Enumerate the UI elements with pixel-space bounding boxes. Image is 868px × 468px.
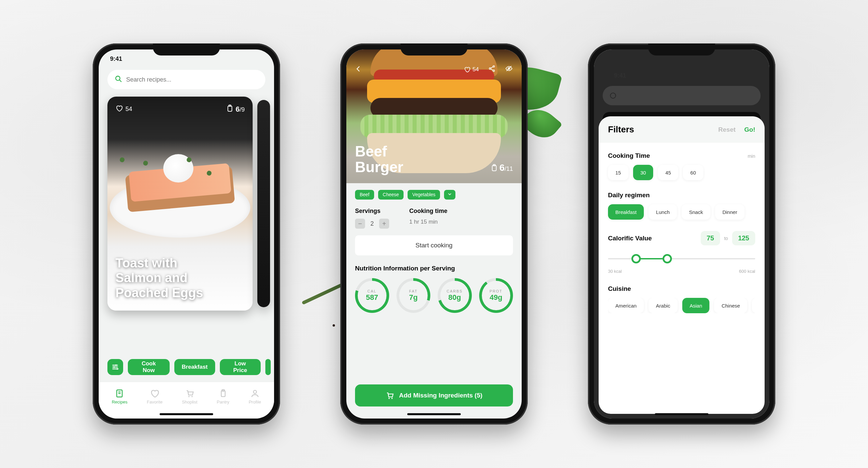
recipes-icon: [115, 389, 124, 398]
time-opt-60[interactable]: 60: [683, 165, 703, 180]
likes[interactable]: 54: [116, 105, 132, 114]
view-button[interactable]: [505, 65, 513, 74]
regimen-dinner[interactable]: Dinner: [715, 204, 745, 220]
chevron-down-icon: [447, 192, 452, 197]
pantry-icon: [491, 164, 497, 171]
profile-icon: [250, 389, 260, 398]
tab-recipes-label: Recipes: [112, 399, 127, 404]
pill-cook-now[interactable]: Cook Now: [128, 359, 169, 375]
next-recipe-card[interactable]: [257, 100, 270, 307]
svg-point-11: [116, 364, 117, 366]
search-bar[interactable]: [107, 70, 265, 89]
start-cooking-button[interactable]: Start cooking: [355, 235, 513, 256]
phone-recipes: 9:41: [93, 43, 280, 425]
regimen-breakfast[interactable]: Breakfast: [608, 204, 644, 220]
filter-pills: Cook Now Breakfast Low Price: [107, 359, 274, 375]
cart-icon: [385, 391, 394, 400]
sliders-icon: [112, 363, 119, 371]
servings-label: Servings: [355, 208, 389, 214]
status-time: 9:41: [110, 56, 122, 63]
ing-have: 6: [236, 105, 240, 113]
tab-profile-label: Profile: [249, 399, 261, 404]
time-opt-45[interactable]: 45: [658, 165, 678, 180]
ing-have: 6: [499, 163, 505, 173]
cooking-time-label: Cooking time: [409, 208, 447, 214]
tab-profile[interactable]: Profile: [249, 389, 261, 404]
cart-icon: [185, 389, 194, 398]
svg-rect-29: [492, 165, 496, 171]
home-indicator: [655, 413, 708, 415]
slider-thumb-max[interactable]: [662, 254, 672, 263]
home-indicator: [407, 413, 461, 415]
nutri-carbs: CARBS 80g: [438, 278, 472, 313]
notch: [648, 43, 715, 56]
pill-overflow[interactable]: [265, 359, 271, 375]
search-icon: [115, 75, 122, 84]
ing-total: /11: [505, 165, 513, 172]
tab-pantry-label: Pantry: [217, 399, 229, 404]
search-input[interactable]: [126, 76, 258, 83]
svg-line-8: [120, 80, 121, 82]
heart-icon: [464, 66, 470, 73]
cuisine-arabic[interactable]: Arabic: [649, 298, 678, 313]
nutri-prot: PROT 49g: [479, 278, 513, 313]
svg-point-31: [389, 398, 390, 399]
servings-decrease[interactable]: −: [355, 219, 365, 229]
svg-point-13: [117, 368, 119, 370]
reset-button[interactable]: Reset: [718, 126, 736, 133]
likes[interactable]: 54: [464, 66, 479, 73]
regimen-snack[interactable]: Snack: [682, 204, 710, 220]
calo-slider[interactable]: [608, 251, 755, 267]
calo-to[interactable]: 125: [732, 231, 755, 245]
tag-cheese[interactable]: Cheese: [378, 190, 404, 200]
cuisine-chinese[interactable]: Chinese: [714, 298, 747, 313]
notch: [401, 43, 467, 56]
cuisine-overflow[interactable]: Ca: [752, 298, 755, 313]
recipe-card[interactable]: 54 6/9 Toast with Salmon and Poached Egg…: [107, 97, 253, 310]
pantry-icon: [218, 389, 228, 398]
tab-recipes[interactable]: Recipes: [112, 389, 127, 404]
calo-from[interactable]: 75: [701, 231, 720, 245]
filter-regimen: Daily regimen Breakfast Lunch Snack Dinn…: [608, 192, 755, 220]
slider-thumb-min[interactable]: [631, 254, 641, 263]
time-opt-30[interactable]: 30: [633, 165, 653, 180]
ingredients-count: 6/9: [227, 105, 245, 114]
svg-point-21: [253, 391, 256, 394]
ingredients-count: 6/11: [491, 163, 513, 173]
tag-more[interactable]: [444, 190, 456, 200]
tag-beef[interactable]: Beef: [355, 190, 374, 200]
pill-low-price[interactable]: Low Price: [220, 359, 261, 375]
filter-cooking-time: Cooking Time min 15 30 45 60: [608, 152, 755, 180]
hero-image: 54 Beef Burger 6/11: [346, 49, 522, 183]
tab-favorite[interactable]: Favorite: [147, 389, 163, 404]
svg-point-17: [188, 396, 190, 398]
regimen-lunch[interactable]: Lunch: [649, 204, 677, 220]
nutrition-title: Nutrition Information per Serving: [355, 265, 513, 272]
calo-min-label: 30 kcal: [608, 269, 622, 274]
tag-vegetables[interactable]: Vegetables: [408, 190, 440, 200]
servings-increase[interactable]: +: [379, 219, 389, 229]
go-button[interactable]: Go!: [744, 126, 755, 133]
back-button[interactable]: [355, 66, 362, 73]
filter-calorific: Calorific Value 75 to 125 30 kcal 600 kc…: [608, 231, 755, 274]
servings-block: Servings − 2 +: [355, 208, 389, 229]
svg-rect-9: [228, 106, 232, 111]
tab-pantry[interactable]: Pantry: [217, 389, 229, 404]
cuisine-american[interactable]: American: [608, 298, 644, 313]
add-missing-button[interactable]: Add Missing Ingredients (5): [355, 385, 513, 406]
phone-recipe-detail: 54 Beef Burger 6/11 Beef Cheese Vegetabl…: [340, 43, 528, 425]
cooking-time-value: 1 hr 15 min: [409, 219, 447, 225]
pill-breakfast[interactable]: Breakfast: [174, 359, 215, 375]
svg-point-32: [392, 398, 393, 399]
filter-button[interactable]: [107, 359, 123, 375]
calo-to-word: to: [724, 236, 728, 241]
cuisine-asian[interactable]: Asian: [682, 298, 710, 313]
svg-point-18: [191, 396, 193, 398]
phone-filters: 9:41 Filters Reset Go! Cooking Time min …: [588, 43, 775, 425]
share-button[interactable]: [488, 65, 496, 74]
time-opt-15[interactable]: 15: [608, 165, 628, 180]
filter-sheet: Filters Reset Go! Cooking Time min 15 30…: [599, 116, 765, 414]
cooking-time-block: Cooking time 1 hr 15 min: [409, 208, 447, 229]
cooking-time-unit: min: [747, 154, 755, 159]
tab-shoplist[interactable]: Shoplist: [182, 389, 197, 404]
